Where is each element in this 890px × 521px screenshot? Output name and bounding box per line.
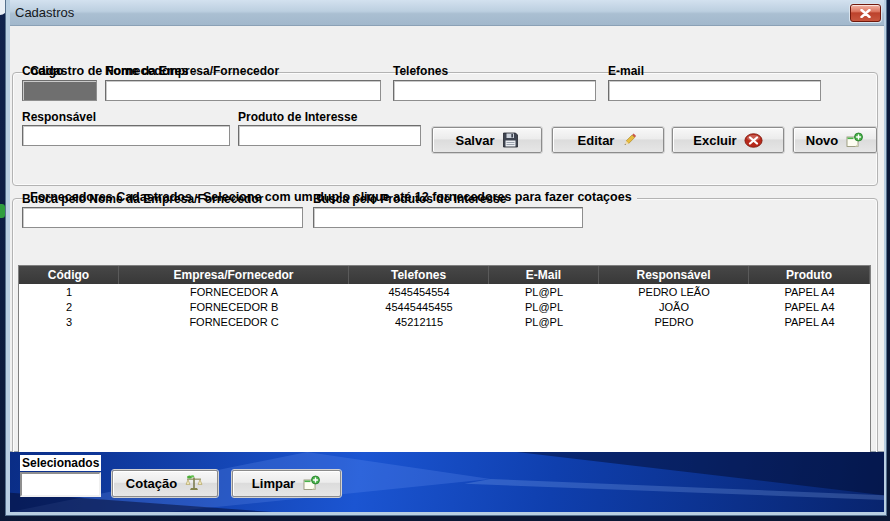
nome-label: Nome da Empresa/Fornecedor [105,64,279,78]
floppy-disk-icon [502,132,519,148]
produto-label: Produto de Interesse [238,110,357,124]
table-header-cell[interactable]: Responsável [599,266,749,284]
desktop-icon-fragment [0,204,5,218]
main-panel: Cadastro de Fornecedores Código Nome da … [10,26,884,452]
table-body: 1FORNECEDOR A4545454554PL@PLPEDRO LEÃOPA… [19,284,870,329]
busca-nome-label: Busca pelo Nome da Empresa/Fornecedor [22,192,263,206]
novo-button-label: Novo [806,133,839,148]
telefones-label: Telefones [393,64,448,78]
table-cell: PL@PL [489,299,599,314]
limpar-button[interactable]: Limpar [232,470,341,497]
table-cell: 4545454554 [349,284,489,299]
table-cell: FORNECEDOR B [119,299,349,314]
scales-icon [184,475,204,492]
selecionados-input[interactable] [20,472,101,497]
table-cell: PL@PL [489,314,599,329]
table-cell: PAPEL A4 [749,314,870,329]
suppliers-table[interactable]: CódigoEmpresa/FornecedorTelefonesE-MailR… [18,265,871,459]
table-header-cell[interactable]: Produto [749,266,870,284]
produto-input[interactable] [238,125,421,146]
close-icon [860,4,871,22]
responsavel-input[interactable] [22,125,230,146]
table-header-cell[interactable]: Empresa/Fornecedor [119,266,349,284]
codigo-label: Código [22,64,63,78]
table-row[interactable]: 2FORNECEDOR B45445445455PL@PLJOÃOPAPEL A… [19,299,870,314]
table-cell: 45212115 [349,314,489,329]
pencil-icon [621,132,638,148]
table-header-cell[interactable]: Telefones [349,266,489,284]
table-cell: PAPEL A4 [749,284,870,299]
responsavel-label: Responsável [22,110,96,124]
cotacao-button-label: Cotação [126,476,177,491]
selecionados-label: Selecionados [20,455,101,471]
table-cell: 2 [19,299,119,314]
table-header-cell[interactable]: Código [19,266,119,284]
red-x-circle-icon [744,133,763,148]
email-input[interactable] [608,80,821,101]
table-row[interactable]: 3FORNECEDOR C45212115PL@PLPEDROPAPEL A4 [19,314,870,329]
editar-button[interactable]: Editar [552,127,664,153]
table-cell: 45445445455 [349,299,489,314]
table-cell: 3 [19,314,119,329]
table-header: CódigoEmpresa/FornecedorTelefonesE-MailR… [19,266,870,284]
table-header-cell[interactable]: E-Mail [489,266,599,284]
limpar-button-label: Limpar [252,476,295,491]
table-cell: PEDRO [599,314,749,329]
table-cell: PAPEL A4 [749,299,870,314]
table-cell: PL@PL [489,284,599,299]
excluir-button[interactable]: Excluir [672,127,784,153]
busca-nome-input[interactable] [22,207,303,228]
table-row[interactable]: 1FORNECEDOR A4545454554PL@PLPEDRO LEÃOPA… [19,284,870,299]
excluir-button-label: Excluir [693,133,736,148]
window-title: Cadastros [15,5,74,20]
note-plus-icon [302,475,321,492]
telefones-input[interactable] [393,80,596,101]
note-plus-icon [845,132,864,149]
busca-produto-label: Busca pelo Produtos de Interesse [313,192,506,206]
editar-button-label: Editar [578,133,615,148]
cadastros-window: Cadastros Cadastro de Fornecedores Códig… [6,0,886,515]
cotacao-button[interactable]: Cotação [112,470,218,497]
novo-button[interactable]: Novo [793,127,877,153]
close-button[interactable] [850,4,881,22]
salvar-button-label: Salvar [455,133,494,148]
table-cell: FORNECEDOR C [119,314,349,329]
table-cell: 1 [19,284,119,299]
title-bar[interactable]: Cadastros [10,0,884,26]
table-cell: JOÃO [599,299,749,314]
codigo-field [22,80,97,101]
nome-input[interactable] [105,80,381,101]
email-label: E-mail [608,64,644,78]
busca-produto-input[interactable] [313,207,583,228]
desktop-background: Cadastros Cadastro de Fornecedores Códig… [0,0,890,521]
table-cell: PEDRO LEÃO [599,284,749,299]
salvar-button[interactable]: Salvar [432,127,542,153]
table-cell: FORNECEDOR A [119,284,349,299]
